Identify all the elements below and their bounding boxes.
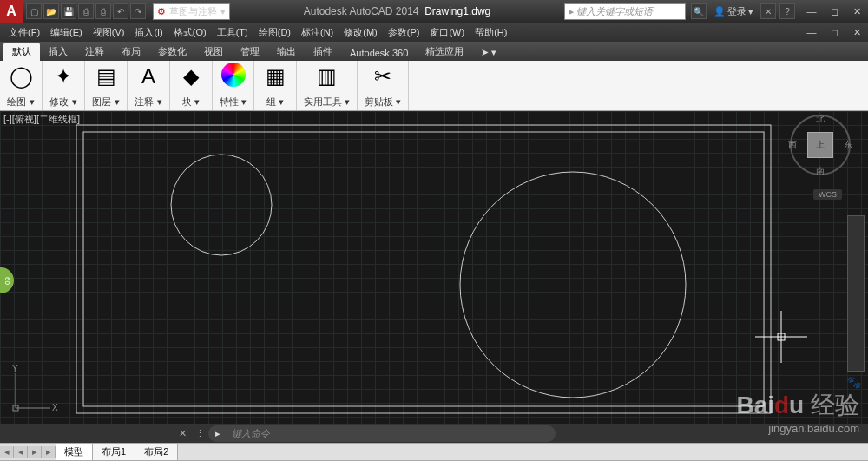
- viewport-label[interactable]: [-][俯视][二维线框]: [3, 113, 80, 126]
- ribbon-panel-3[interactable]: A注释 ▾: [128, 61, 170, 110]
- panel-icon: ◯: [7, 63, 35, 90]
- ribbon-panel-8[interactable]: ✂剪贴板 ▾: [358, 61, 409, 110]
- ribbon-panel-5[interactable]: 特性 ▾: [213, 61, 254, 110]
- tab-annotate[interactable]: 注释: [76, 43, 113, 61]
- menu-tools[interactable]: 工具(T): [212, 26, 253, 39]
- drawing-canvas[interactable]: [0, 111, 868, 424]
- ucs-icon: XY: [9, 363, 61, 415]
- svg-text:X: X: [52, 403, 58, 412]
- maximize-button[interactable]: ◻: [823, 3, 845, 20]
- tab-model[interactable]: 模型: [56, 444, 93, 460]
- app-logo[interactable]: A: [0, 0, 23, 23]
- tab-output[interactable]: 输出: [268, 43, 305, 61]
- menu-format[interactable]: 格式(O): [168, 26, 212, 39]
- search-icon[interactable]: 🔍: [691, 3, 707, 19]
- qat-undo-icon[interactable]: ↶: [113, 3, 128, 19]
- chevron-down-icon: ▾: [220, 6, 226, 17]
- ribbon-panel-7[interactable]: ▥实用工具 ▾: [297, 61, 358, 110]
- ribbon-panel-0[interactable]: ◯绘图 ▾: [0, 61, 43, 110]
- tab-a360[interactable]: Autodesk 360: [341, 45, 417, 61]
- workspace-selector[interactable]: ⚙ 草图与注释 ▾: [153, 3, 230, 20]
- qat-saveas-icon[interactable]: ⎙: [78, 3, 94, 19]
- panel-icon: ▤: [92, 63, 120, 90]
- tab-overflow[interactable]: ➤ ▾: [476, 44, 502, 61]
- viewcube[interactable]: 上 北 南 东 西: [790, 115, 851, 175]
- menu-bar: 文件(F) 编辑(E) 视图(V) 插入(I) 格式(O) 工具(T) 绘图(D…: [0, 23, 868, 42]
- minimize-button[interactable]: —: [800, 3, 823, 20]
- panel-label: 组 ▾: [266, 95, 284, 109]
- help-search-input[interactable]: ▸ 键入关键字或短语: [564, 3, 686, 20]
- panel-label: 修改 ▾: [49, 95, 76, 109]
- doc-close-button[interactable]: ✕: [845, 23, 868, 41]
- panel-label: 实用工具 ▾: [304, 95, 350, 109]
- menu-edit[interactable]: 编辑(E): [45, 26, 88, 39]
- svg-point-3: [460, 172, 686, 398]
- compass-east: 东: [844, 139, 852, 151]
- tab-layout2[interactable]: 布局2: [135, 444, 178, 460]
- panel-icon: [221, 63, 246, 87]
- layout-nav-first[interactable]: ◂: [0, 446, 14, 458]
- panel-icon: ✦: [49, 63, 77, 90]
- tab-insert[interactable]: 插入: [40, 43, 76, 61]
- tab-view[interactable]: 视图: [195, 43, 232, 61]
- help-icon[interactable]: ?: [779, 3, 795, 19]
- tab-parametric[interactable]: 参数化: [149, 43, 195, 61]
- ribbon-panel-1[interactable]: ✦修改 ▾: [43, 61, 85, 110]
- drawing-area[interactable]: [-][俯视][二维线框] 上 北 南 东 西 WCS 60 XY: [0, 111, 868, 424]
- quick-access-toolbar: ▢ 📂 💾 ⎙ ⎙ ↶ ↷: [26, 3, 146, 19]
- close-button[interactable]: ✕: [845, 3, 868, 20]
- qat-redo-icon[interactable]: ↷: [130, 3, 146, 19]
- tab-layout[interactable]: 布局: [113, 43, 149, 61]
- menu-view[interactable]: 视图(V): [88, 26, 130, 39]
- menu-draw[interactable]: 绘图(D): [253, 26, 296, 39]
- gear-icon: ⚙: [157, 6, 166, 17]
- svg-point-2: [171, 155, 272, 255]
- tab-addins[interactable]: 插件: [305, 43, 341, 61]
- doc-minimize-button[interactable]: —: [800, 23, 823, 41]
- cmd-prompt-icon: ▸_: [215, 428, 226, 438]
- tab-layout1[interactable]: 布局1: [93, 444, 135, 460]
- panel-label: 绘图 ▾: [7, 95, 34, 109]
- navigation-bar[interactable]: [847, 215, 865, 372]
- qat-new-icon[interactable]: ▢: [26, 3, 42, 19]
- ribbon-tabs: 默认 插入 注释 布局 参数化 视图 管理 输出 插件 Autodesk 360…: [0, 42, 868, 61]
- qat-plot-icon[interactable]: ⎙: [95, 3, 111, 19]
- layout-nav-next[interactable]: ▸: [28, 446, 42, 458]
- menu-help[interactable]: 帮助(H): [470, 26, 512, 39]
- workspace-label: 草图与注释: [169, 5, 217, 18]
- doc-restore-button[interactable]: ◻: [823, 23, 845, 41]
- ribbon-panel-2[interactable]: ▤图层 ▾: [85, 61, 128, 110]
- command-input[interactable]: ▸_ 键入命令: [208, 425, 556, 442]
- cmd-handle-icon[interactable]: ⋮: [192, 428, 208, 439]
- ribbon-panel-6[interactable]: ▦组 ▾: [254, 61, 297, 110]
- cmd-close-icon[interactable]: ✕: [174, 428, 192, 439]
- tab-default[interactable]: 默认: [3, 43, 40, 61]
- menu-file[interactable]: 文件(F): [3, 26, 45, 39]
- layout-tabs: ◂ ◂ ▸ ▸ 模型 布局1 布局2: [0, 443, 868, 460]
- tab-manage[interactable]: 管理: [232, 43, 268, 61]
- signin-button[interactable]: 👤 登录 ▾: [710, 5, 757, 18]
- ribbon-panel-4[interactable]: ◆块 ▾: [170, 61, 213, 110]
- layout-nav-prev[interactable]: ◂: [14, 446, 28, 458]
- exchange-icon[interactable]: ✕: [760, 3, 776, 19]
- panel-icon: ▦: [261, 63, 289, 90]
- panel-icon: ◆: [177, 63, 205, 90]
- menu-insert[interactable]: 插入(I): [129, 26, 168, 39]
- layout-nav-last[interactable]: ▸: [42, 446, 56, 458]
- menu-window[interactable]: 窗口(W): [424, 26, 470, 39]
- compass-west: 西: [788, 139, 797, 151]
- qat-open-icon[interactable]: 📂: [43, 3, 59, 19]
- panel-label: 剪贴板 ▾: [365, 95, 401, 109]
- viewcube-top-face[interactable]: 上: [807, 132, 833, 158]
- tab-featured[interactable]: 精选应用: [417, 43, 472, 61]
- command-line: ✕ ⋮ ▸_ 键入命令: [0, 424, 868, 443]
- svg-rect-0: [76, 125, 771, 413]
- menu-modify[interactable]: 修改(M): [339, 26, 383, 39]
- panel-label: 特性 ▾: [220, 95, 247, 109]
- wcs-badge[interactable]: WCS: [813, 189, 842, 200]
- panel-icon: ▥: [313, 63, 341, 90]
- menu-dimension[interactable]: 标注(N): [296, 26, 339, 39]
- qat-save-icon[interactable]: 💾: [61, 3, 76, 19]
- menu-parametric[interactable]: 参数(P): [383, 26, 425, 39]
- panel-label: 图层 ▾: [92, 95, 119, 109]
